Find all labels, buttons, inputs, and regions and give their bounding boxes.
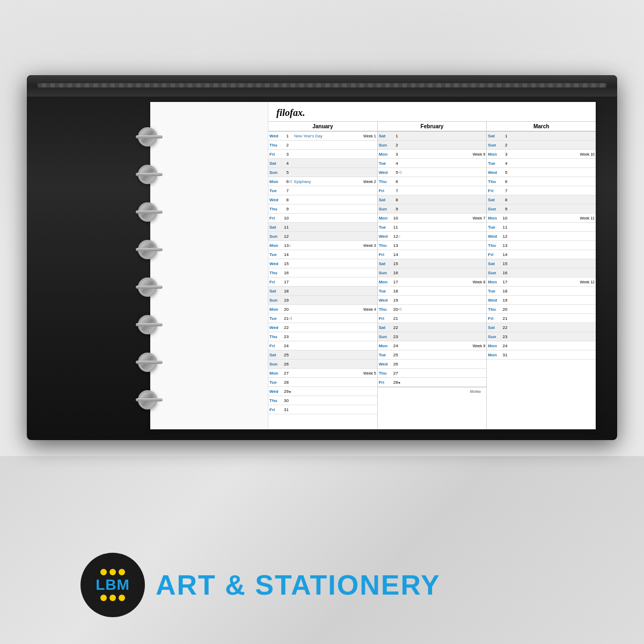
day-number: 10 [391, 216, 398, 221]
day-row: Mon10Week 7 [378, 214, 487, 223]
day-number: 22 [500, 325, 507, 330]
day-name: Sat [379, 134, 391, 138]
day-number: 13 [391, 243, 398, 248]
day-row: Sun23 [378, 332, 487, 341]
day-name: Wed [488, 234, 500, 239]
day-name: Sun [488, 270, 500, 275]
day-row: Fri7 [378, 186, 487, 195]
day-row: Fri28● [378, 378, 487, 387]
day-name: Mon [379, 343, 391, 348]
day-name: Tue [488, 289, 500, 294]
day-number: 25 [391, 353, 398, 357]
day-number: 14 [281, 252, 289, 257]
day-number: 18 [391, 289, 398, 294]
zipper [27, 75, 617, 97]
page-footer: filofax [378, 387, 487, 396]
day-name: Tue [379, 161, 391, 166]
day-indicator: ● [289, 390, 293, 393]
day-indicator: ○ [289, 244, 293, 247]
day-name: Sat [269, 225, 281, 230]
day-name: Sat [269, 353, 281, 357]
day-row: Tue14 [268, 250, 377, 259]
day-name: Sun [269, 170, 281, 175]
week-label: Week 6 [473, 152, 486, 156]
week-label: Week 2 [363, 180, 376, 184]
day-name: Fri [488, 252, 500, 257]
day-number: 21 [391, 316, 398, 321]
day-row: Sat1 [378, 131, 487, 141]
day-number: 12 [391, 234, 398, 239]
day-name: Fri [269, 280, 281, 284]
day-row: Sun26 [268, 360, 377, 369]
day-row: Wed1New Year's DayWeek 1 [268, 131, 377, 141]
day-number: 24 [281, 343, 289, 348]
day-number: 26 [281, 362, 289, 367]
day-row: Mon31 [487, 350, 596, 360]
dot-6 [119, 595, 125, 601]
ring-mechanism [134, 118, 161, 419]
day-name: Wed [379, 362, 391, 367]
march-column: March Sat1Sun2Mon3Week 10Tue4Wed5Thu6Fri… [487, 122, 596, 429]
day-row: Fri14 [378, 250, 487, 259]
day-number: 4 [281, 161, 289, 166]
day-number: 27 [391, 371, 398, 376]
day-name: Wed [379, 170, 391, 175]
day-row: Wed5 [487, 168, 596, 177]
day-row: Sun23 [487, 332, 596, 341]
day-number: 16 [281, 270, 289, 275]
day-number: 30 [281, 398, 289, 403]
day-number: 2 [500, 143, 507, 148]
day-name: Sun [269, 298, 281, 303]
day-name: Thu [488, 179, 500, 184]
lbm-dots-bottom [100, 595, 125, 601]
day-row: Sat11 [268, 223, 377, 232]
day-name: Tue [269, 316, 281, 321]
day-row: Tue18 [378, 287, 487, 296]
day-row: Wed12○ [378, 232, 487, 241]
day-number: 28 [281, 380, 289, 385]
day-row: Thu27 [378, 369, 487, 378]
day-name: Wed [488, 298, 500, 303]
march-days: Sat1Sun2Mon3Week 10Tue4Wed5Thu6Fri7Sat8S… [487, 131, 596, 360]
day-name: Fri [379, 188, 391, 193]
day-number: 12 [500, 234, 507, 239]
day-number: 1 [391, 134, 398, 138]
day-name: Sat [488, 261, 500, 266]
day-number: 11 [391, 225, 398, 230]
ring-7 [138, 353, 157, 372]
day-name: Thu [488, 307, 500, 312]
week-label: Week 12 [580, 280, 595, 284]
day-row: Sun2 [378, 141, 487, 150]
day-row: Sat4 [268, 159, 377, 168]
day-row: Tue25 [378, 350, 487, 360]
day-number: 17 [391, 280, 398, 284]
day-row: Tue21◁ [268, 314, 377, 323]
day-number: 5 [391, 170, 398, 175]
day-number: 7 [391, 188, 398, 193]
day-name: Fri [379, 316, 391, 321]
day-name: Sun [379, 207, 391, 211]
day-row: Fri17 [268, 277, 377, 287]
day-row: Tue7 [268, 186, 377, 195]
week-label: Week 11 [580, 216, 595, 220]
day-row: Sat22 [487, 323, 596, 332]
day-name: Sat [379, 197, 391, 202]
day-name: Sun [488, 207, 500, 211]
day-row: Thu13 [378, 241, 487, 250]
day-row: Wed19 [487, 296, 596, 305]
day-number: 14 [500, 252, 507, 257]
day-row: Thu6 [378, 177, 487, 186]
day-number: 19 [500, 298, 507, 303]
day-row: Thu2 [268, 141, 377, 150]
day-number: 4 [500, 161, 507, 166]
day-indicator: ◁ [398, 307, 402, 311]
day-name: Sun [269, 234, 281, 239]
day-name: Sun [379, 270, 391, 275]
ring-6 [138, 315, 157, 334]
day-row: Tue11 [487, 223, 596, 232]
ring-8 [138, 390, 157, 409]
day-name: Tue [269, 380, 281, 385]
day-number: 18 [281, 289, 289, 294]
day-name: Fri [379, 252, 391, 257]
day-number: 17 [500, 280, 507, 284]
